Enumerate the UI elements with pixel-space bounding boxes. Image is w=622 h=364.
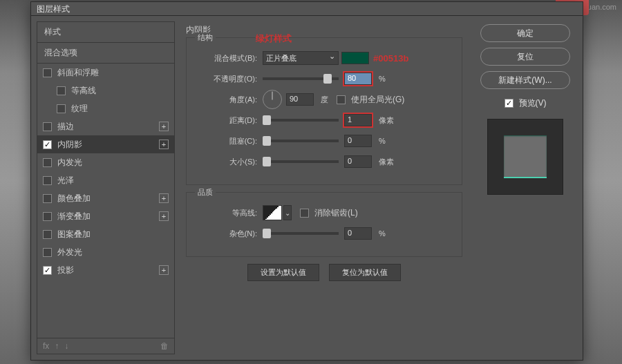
blend-mode-label: 混合模式(B): [196,53,263,64]
preview-swatch [504,135,547,178]
noise-slider[interactable] [263,232,339,235]
global-light-label: 使用全局光(G) [351,94,404,106]
quality-label: 品质 [195,187,216,198]
angle-label: 角度(A): [196,95,263,105]
trash-icon[interactable]: 🗑 [160,341,169,351]
contour-label: 等高线: [196,208,263,218]
style-checkbox[interactable] [43,176,52,185]
distance-slider[interactable] [263,119,339,122]
opacity-slider[interactable] [263,77,339,80]
angle-input[interactable]: 90 [286,93,314,106]
style-checkbox[interactable] [43,212,52,221]
add-effect-icon[interactable]: + [159,193,169,203]
style-item-6[interactable]: 光泽 [37,171,174,189]
style-checkbox[interactable] [57,86,66,95]
style-checkbox[interactable] [43,158,52,167]
distance-label: 距离(D): [196,115,263,126]
style-label: 等高线 [71,85,96,97]
pixels-label: 像素 [379,115,394,126]
style-item-11[interactable]: 投影+ [37,261,174,279]
style-label: 内阴影 [57,139,82,151]
choke-label: 阻塞(C): [196,136,263,146]
style-item-10[interactable]: 外发光 [37,243,174,261]
size-label: 大小(S): [196,157,263,167]
preview-checkbox[interactable] [505,99,513,108]
styles-header[interactable]: 样式 [37,22,174,43]
effect-title: 内阴影 [186,24,462,36]
contour-dropdown[interactable]: ⌄ [283,205,292,220]
ok-button[interactable]: 确定 [480,24,570,42]
antialias-label: 消除锯齿(L) [314,207,358,219]
antialias-checkbox[interactable] [300,209,309,218]
style-item-4[interactable]: 内阴影+ [37,135,174,153]
preview-area [487,119,563,195]
settings-panel: 内阴影 结构 绿灯样式 混合模式(B): 正片叠底 #00513b 不透明度(O… [180,21,468,354]
styles-panel: 样式 混合选项 斜面和浮雕等高线纹理描边+内阴影+内发光光泽颜色叠加+渐变叠加+… [37,21,175,354]
style-label: 内发光 [57,157,82,169]
style-checkbox[interactable] [43,194,52,203]
percent-label: % [379,75,386,83]
style-item-2[interactable]: 纹理 [37,99,174,117]
arrow-up-icon[interactable]: ↑ [55,341,59,351]
reset-default-button[interactable]: 复位为默认值 [329,264,401,281]
style-label: 光泽 [57,175,74,186]
cancel-button[interactable]: 复位 [480,48,570,66]
noise-input[interactable]: 0 [344,227,372,240]
noise-label: 杂色(N): [196,229,263,239]
global-light-checkbox[interactable] [337,95,346,104]
size-slider[interactable] [263,160,339,163]
degree-label: 度 [321,95,328,105]
add-effect-icon[interactable]: + [159,265,169,275]
new-style-button[interactable]: 新建样式(W)... [480,71,570,89]
annotation-green: 绿灯样式 [256,32,292,45]
preview-label: 预览(V) [519,97,547,109]
action-panel: 确定 复位 新建样式(W)... 预览(V) [473,21,577,354]
arrow-down-icon[interactable]: ↓ [64,341,68,351]
style-label: 外发光 [57,247,82,258]
style-checkbox[interactable] [43,122,52,131]
style-label: 描边 [57,121,74,133]
style-checkbox[interactable] [43,140,52,149]
style-item-7[interactable]: 颜色叠加+ [37,189,174,207]
add-effect-icon[interactable]: + [159,211,169,221]
style-label: 纹理 [71,103,88,115]
style-checkbox[interactable] [43,248,52,257]
blend-mode-select[interactable]: 正片叠底 [263,51,339,65]
opacity-input[interactable]: 80 [344,73,372,85]
style-item-8[interactable]: 渐变叠加+ [37,207,174,225]
style-checkbox[interactable] [43,230,52,239]
make-default-button[interactable]: 设置为默认值 [247,264,319,281]
size-input[interactable]: 0 [344,155,372,168]
distance-input[interactable]: 1 [344,114,372,126]
style-checkbox[interactable] [43,266,52,275]
style-label: 投影 [57,265,74,276]
choke-slider[interactable] [263,140,339,142]
style-label: 斜面和浮雕 [57,67,99,79]
style-item-9[interactable]: 图案叠加 [37,225,174,243]
add-effect-icon[interactable]: + [159,140,169,149]
add-effect-icon[interactable]: + [159,122,169,131]
hex-annotation: #00513b [373,53,408,64]
style-item-5[interactable]: 内发光 [37,153,174,171]
dialog-title: 图层样式 [31,2,583,16]
opacity-label: 不透明度(O): [196,74,263,84]
color-swatch[interactable] [341,52,369,64]
style-label: 渐变叠加 [57,211,91,222]
fx-icon[interactable]: fx [43,341,49,351]
style-item-0[interactable]: 斜面和浮雕 [37,64,174,82]
style-item-1[interactable]: 等高线 [37,82,174,99]
style-checkbox[interactable] [57,104,66,113]
style-label: 图案叠加 [57,229,91,240]
style-label: 颜色叠加 [57,193,91,204]
choke-input[interactable]: 0 [344,135,372,147]
contour-picker[interactable] [263,205,282,220]
style-checkbox[interactable] [43,68,52,77]
structure-label: 结构 [195,32,216,43]
style-item-3[interactable]: 描边+ [37,117,174,135]
blending-options[interactable]: 混合选项 [37,43,174,64]
layer-style-dialog: 图层样式 样式 混合选项 斜面和浮雕等高线纹理描边+内阴影+内发光光泽颜色叠加+… [30,1,583,361]
angle-dial[interactable] [263,90,282,109]
